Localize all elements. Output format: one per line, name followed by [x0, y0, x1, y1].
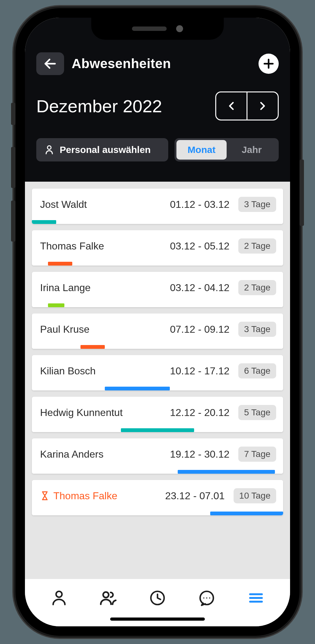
clock-icon	[149, 589, 166, 607]
chevron-left-icon	[225, 99, 238, 113]
next-month-button[interactable]	[247, 92, 278, 120]
absence-name-text: Paul Kruse	[40, 324, 90, 335]
absence-days-badge: 6 Tage	[238, 363, 276, 378]
absence-bar	[32, 220, 56, 224]
svg-point-3	[47, 146, 51, 149]
absence-row: Jost Waldt01.12 - 03.123 Tage	[32, 189, 283, 220]
absence-row: Hedwig Kunnentut12.12 - 20.125 Tage	[32, 397, 283, 428]
people-icon	[99, 588, 118, 607]
absence-name: Thomas Falke	[40, 240, 104, 252]
absence-row: Thomas Falke23.12 - 07.0110 Tage	[32, 480, 283, 512]
absence-name-text: Kilian Bosch	[40, 365, 96, 377]
absence-bar	[48, 303, 64, 307]
back-button[interactable]	[36, 52, 64, 75]
absence-range: 19.12 - 30.12	[170, 448, 229, 460]
absence-row: Kilian Bosch10.12 - 17.126 Tage	[32, 355, 283, 387]
phone-frame: Abwesenheiten Dezember 2022	[15, 8, 300, 636]
absence-card[interactable]: Kilian Bosch10.12 - 17.126 Tage	[32, 355, 283, 390]
page-title: Abwesenheiten	[72, 56, 171, 71]
svg-point-9	[206, 597, 207, 599]
absence-days-badge: 2 Tage	[238, 280, 276, 295]
segment-year[interactable]: Jahr	[227, 140, 277, 160]
absence-name: Hedwig Kunnentut	[40, 407, 123, 419]
absence-name: Kilian Bosch	[40, 365, 96, 377]
absence-bar	[48, 262, 72, 266]
absence-name: Paul Kruse	[40, 324, 90, 335]
nav-person[interactable]	[46, 585, 72, 611]
volume-down	[11, 201, 15, 242]
menu-icon	[247, 589, 265, 607]
nav-people[interactable]	[96, 585, 121, 611]
prev-month-button[interactable]	[216, 92, 247, 120]
absence-bar	[210, 512, 283, 515]
chevron-right-icon	[256, 99, 269, 113]
absence-card[interactable]: Paul Kruse07.12 - 09.123 Tage	[32, 313, 283, 349]
absence-bar-track	[32, 428, 283, 432]
screen: Abwesenheiten Dezember 2022	[25, 18, 290, 626]
absence-bar-track	[32, 345, 283, 349]
absence-name: Irina Lange	[40, 282, 91, 294]
month-label: Dezember 2022	[36, 96, 162, 116]
absence-range: 01.12 - 03.12	[170, 199, 229, 210]
absence-range: 23.12 - 07.01	[165, 490, 225, 502]
absence-range: 12.12 - 20.12	[170, 407, 229, 419]
mute-switch	[11, 103, 15, 125]
absence-bar	[105, 387, 169, 390]
absence-bar	[178, 470, 275, 474]
plus-icon	[262, 57, 275, 70]
person-icon	[50, 589, 68, 607]
absence-bar	[121, 428, 194, 432]
absence-card[interactable]: Jost Waldt01.12 - 03.123 Tage	[32, 189, 283, 224]
absence-days-badge: 3 Tage	[238, 322, 276, 337]
person-icon	[44, 144, 55, 155]
absence-days-badge: 5 Tage	[238, 405, 276, 420]
absence-name: Karina Anders	[40, 448, 104, 460]
chat-icon	[198, 589, 216, 607]
absence-card[interactable]: Thomas Falke23.12 - 07.0110 Tage	[32, 480, 283, 515]
absence-row: Paul Kruse07.12 - 09.123 Tage	[32, 313, 283, 345]
absence-bar	[80, 345, 105, 349]
absence-range: 03.12 - 05.12	[170, 240, 229, 252]
nav-time[interactable]	[145, 585, 170, 611]
absence-days-badge: 7 Tage	[238, 447, 276, 462]
arrow-left-icon	[43, 56, 57, 71]
title-bar: Abwesenheiten	[36, 52, 279, 75]
absence-bar-track	[32, 512, 283, 515]
hourglass-icon	[40, 491, 50, 501]
svg-point-4	[56, 591, 62, 597]
absence-card[interactable]: Karina Anders19.12 - 30.127 Tage	[32, 438, 283, 474]
select-personal-label: Personal auswählen	[60, 144, 151, 155]
absence-card[interactable]: Hedwig Kunnentut12.12 - 20.125 Tage	[32, 397, 283, 432]
absence-range: 07.12 - 09.12	[170, 324, 229, 335]
speaker-grille	[132, 26, 167, 31]
absence-range: 10.12 - 17.12	[170, 365, 229, 377]
filter-bar: Personal auswählen Monat Jahr	[36, 138, 279, 161]
absence-bar-track	[32, 303, 283, 307]
notch	[91, 18, 224, 40]
nav-chat[interactable]	[194, 585, 219, 611]
absence-card[interactable]: Irina Lange03.12 - 04.122 Tage	[32, 272, 283, 307]
absence-bar-track	[32, 220, 283, 224]
absence-name-text: Thomas Falke	[53, 490, 117, 502]
absence-bar-track	[32, 470, 283, 474]
absence-row: Karina Anders19.12 - 30.127 Tage	[32, 438, 283, 470]
segment-month[interactable]: Monat	[176, 140, 227, 160]
absence-name-text: Thomas Falke	[40, 240, 104, 252]
absence-row: Irina Lange03.12 - 04.122 Tage	[32, 272, 283, 303]
absence-card[interactable]: Thomas Falke03.12 - 05.122 Tage	[32, 230, 283, 266]
month-nav	[215, 91, 279, 120]
svg-point-10	[209, 597, 210, 599]
absence-bar-track	[32, 387, 283, 390]
nav-menu[interactable]	[243, 585, 269, 611]
front-camera	[176, 25, 183, 32]
home-indicator	[110, 618, 205, 621]
absence-days-badge: 10 Tage	[234, 488, 276, 503]
add-button[interactable]	[259, 54, 279, 74]
svg-point-8	[203, 597, 205, 599]
select-personal-button[interactable]: Personal auswählen	[36, 138, 168, 161]
absence-name-text: Jost Waldt	[40, 199, 87, 210]
absence-name-text: Hedwig Kunnentut	[40, 407, 123, 419]
absence-list: Jost Waldt01.12 - 03.123 TageThomas Falk…	[25, 182, 290, 559]
absence-name-text: Irina Lange	[40, 282, 91, 294]
absence-name: Thomas Falke	[40, 490, 117, 502]
